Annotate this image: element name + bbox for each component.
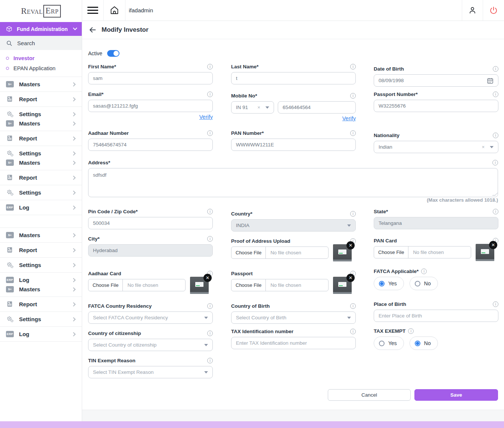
citizenship-select[interactable]: Select Country of citizenship	[88, 339, 213, 351]
sidebar-item-report[interactable]: Report	[0, 94, 82, 104]
sidebar-item-log[interactable]: ERPLog	[0, 329, 82, 339]
sidebar-item-settings[interactable]: Settings	[0, 109, 82, 119]
home-button[interactable]	[104, 0, 125, 21]
info-icon[interactable]: i	[421, 269, 427, 274]
sidebar-item-log[interactable]: ERPLog	[0, 203, 82, 212]
info-icon[interactable]: i	[350, 64, 356, 69]
sidebar-item-report[interactable]: Report	[0, 173, 82, 182]
passport-file-input[interactable]: Choose File No file chosen	[231, 279, 329, 291]
mobile-number-input[interactable]: 6546464564	[278, 101, 356, 114]
sidebar-item-report[interactable]: Report	[0, 300, 82, 309]
info-icon[interactable]: i	[493, 92, 498, 97]
info-icon[interactable]: i	[207, 92, 213, 97]
choose-file-button[interactable]: Choose File	[88, 279, 123, 291]
info-icon[interactable]: i	[493, 301, 498, 307]
info-icon[interactable]: i	[207, 236, 213, 242]
sidebar-item-settings[interactable]: Settings	[0, 314, 82, 324]
save-button[interactable]: Save	[414, 389, 498, 401]
pan-number-input[interactable]: WWWWW1211E	[231, 139, 356, 151]
proof-of-address-thumbnail[interactable]: ✕	[333, 244, 352, 261]
verify-email-link[interactable]: Verify	[199, 114, 213, 120]
active-toggle[interactable]	[107, 50, 119, 57]
profile-button[interactable]	[462, 0, 483, 21]
sidebar-item-masters[interactable]: $=Masters	[0, 158, 82, 167]
choose-file-button[interactable]: Choose File	[231, 279, 266, 291]
nationality-select[interactable]: Indian ×	[374, 141, 498, 153]
choose-file-button[interactable]: Choose File	[231, 247, 266, 258]
fatca-country-select[interactable]: Select FATCA Country Residency	[88, 311, 213, 324]
info-icon[interactable]: i	[350, 329, 356, 334]
back-button[interactable]	[88, 26, 97, 34]
proof-of-address-file-input[interactable]: Choose File No file chosen	[231, 246, 329, 259]
info-icon[interactable]: i	[207, 331, 213, 336]
tax-exempt-no-radio[interactable]: No	[410, 336, 438, 350]
passport-thumbnail[interactable]: ✕	[333, 277, 352, 294]
date-of-birth-input[interactable]: 08/09/1998	[374, 74, 498, 87]
country-of-birth-select[interactable]: Select Country of Birth	[231, 311, 356, 324]
last-name-input[interactable]: t	[231, 72, 356, 84]
verify-mobile-link[interactable]: Verify	[342, 115, 356, 121]
city-input[interactable]: Hyderabad	[88, 244, 213, 257]
remove-file-icon[interactable]: ✕	[346, 241, 355, 249]
tax-exempt-yes-radio[interactable]: Yes	[374, 336, 404, 350]
remove-file-icon[interactable]: ✕	[489, 241, 497, 249]
info-icon[interactable]: i	[207, 303, 213, 309]
cancel-button[interactable]: Cancel	[328, 389, 411, 401]
info-icon[interactable]: i	[350, 93, 356, 99]
info-icon[interactable]: i	[350, 303, 356, 309]
sidebar-search[interactable]: Search	[0, 36, 82, 50]
fatca-no-radio[interactable]: No	[410, 277, 438, 290]
sidebar-item-settings[interactable]: Settings	[0, 149, 82, 158]
info-icon[interactable]: i	[207, 130, 213, 136]
info-icon[interactable]: i	[493, 209, 498, 214]
info-icon[interactable]: i	[350, 130, 356, 136]
info-icon[interactable]: i	[493, 66, 498, 72]
choose-file-button[interactable]: Choose File	[374, 246, 408, 258]
module-selector[interactable]: Fund Administration	[0, 22, 82, 36]
aadhaar-number-input[interactable]: 754645674574	[88, 139, 213, 151]
address-textarea[interactable]: sdfsdf	[88, 168, 498, 197]
aadhaar-card-thumbnail[interactable]: ✕	[190, 277, 209, 294]
state-input[interactable]: Telangana	[374, 217, 498, 229]
info-icon[interactable]: i	[207, 209, 213, 214]
info-icon[interactable]: i	[207, 64, 213, 69]
country-select[interactable]: INDIA	[231, 219, 356, 232]
remove-file-icon[interactable]: ✕	[203, 274, 212, 282]
pincode-input[interactable]: 500034	[88, 217, 213, 229]
calendar-icon[interactable]	[487, 77, 494, 84]
sidebar-item-epan-application[interactable]: EPAN Application	[0, 63, 82, 73]
tin-exempt-reason-select[interactable]: Select TIN Exempt Reason	[88, 366, 213, 378]
fatca-yes-radio[interactable]: Yes	[374, 277, 404, 290]
tax-identification-input[interactable]: Enter TAX Identification number	[231, 337, 356, 349]
info-icon[interactable]: i	[350, 211, 356, 217]
clear-icon[interactable]: ×	[257, 105, 260, 110]
aadhaar-card-file-input[interactable]: Choose File No file chosen	[88, 279, 186, 291]
sidebar-item-report[interactable]: Report	[0, 245, 82, 255]
remove-file-icon[interactable]: ✕	[346, 274, 355, 282]
info-icon[interactable]: i	[492, 160, 498, 165]
clear-icon[interactable]: ×	[482, 144, 485, 150]
country-code-select[interactable]: IN 91 ×	[231, 101, 274, 114]
resize-handle-icon[interactable]	[492, 193, 498, 196]
place-of-birth-input[interactable]: Enter Place of Birth	[374, 310, 498, 322]
sidebar-item-report[interactable]: Report	[0, 134, 82, 143]
info-icon[interactable]: i	[493, 133, 498, 138]
sidebar-item-settings[interactable]: Settings	[0, 188, 82, 197]
info-icon[interactable]: i	[408, 328, 414, 334]
pan-card-thumbnail[interactable]: ✕	[476, 244, 494, 261]
sidebar-item-masters[interactable]: $=Masters	[0, 285, 82, 294]
sidebar-item-masters[interactable]: $=Masters	[0, 230, 82, 240]
sidebar-item-masters[interactable]: $=Masters	[0, 119, 82, 128]
first-name-input[interactable]: sam	[88, 72, 213, 84]
sidebar-item-investor[interactable]: Investor	[0, 53, 82, 63]
sidebar-item-settings[interactable]: Settings	[0, 260, 82, 270]
pan-card-file-input[interactable]: Choose File No file chosen	[374, 246, 471, 258]
sidebar-item-log[interactable]: ERPLog	[0, 275, 82, 285]
info-icon[interactable]: i	[207, 358, 213, 363]
hamburger-menu-button[interactable]	[82, 0, 104, 21]
field-label: Date of Birth	[374, 66, 404, 72]
sidebar-item-masters[interactable]: $=Masters	[0, 80, 82, 89]
email-input[interactable]: sasas@121212.fgfg	[88, 100, 213, 112]
logout-button[interactable]	[483, 0, 504, 21]
passport-number-input[interactable]: W32255676	[374, 100, 498, 112]
